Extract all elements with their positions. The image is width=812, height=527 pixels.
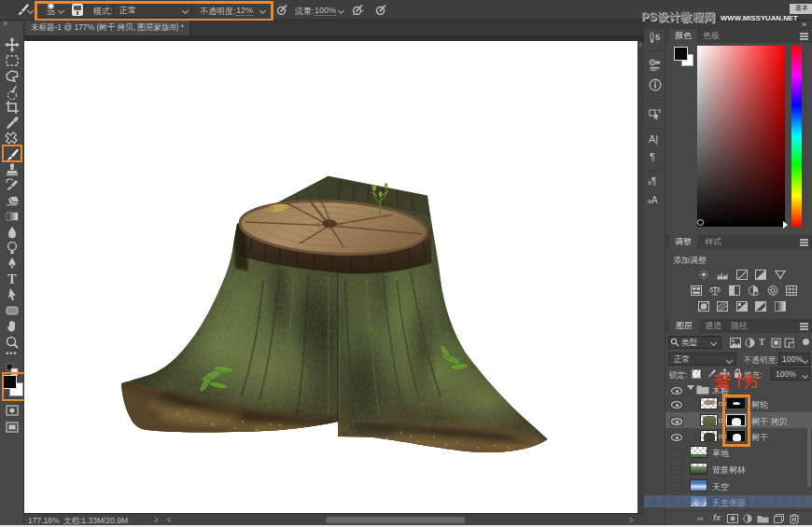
svg-text:5: 5: [655, 33, 660, 42]
